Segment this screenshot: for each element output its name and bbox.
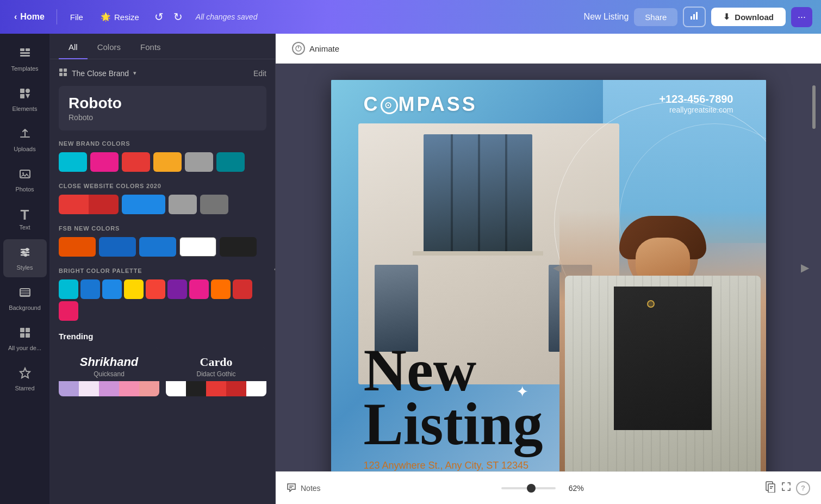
- trending-label: Trending: [59, 332, 266, 341]
- svg-rect-30: [59, 73, 63, 76]
- tab-colors[interactable]: Colors: [88, 34, 130, 59]
- swatch-white[interactable]: [179, 237, 216, 257]
- swatch-bright-pink2[interactable]: [59, 301, 78, 321]
- sidebar-item-uploads[interactable]: Uploads: [3, 121, 47, 159]
- expand-button[interactable]: [781, 481, 792, 495]
- swatch-bright-darkred[interactable]: [233, 279, 252, 299]
- cardo-sub-text: Didact Gothic: [196, 370, 235, 378]
- swatch-bright-blue2[interactable]: [102, 279, 122, 299]
- swatch-medium-blue[interactable]: [139, 237, 176, 257]
- sidebar-item-all-designs[interactable]: All your de...: [3, 320, 47, 358]
- design-canvas[interactable]: C⊙MPASS +123-456-7890 reallygreatsite.co…: [331, 80, 766, 471]
- main-layout: Templates Elements Uploads: [0, 34, 821, 504]
- redo-button[interactable]: ↻: [169, 7, 187, 27]
- fsb-swatches: [59, 237, 266, 257]
- new-brand-colors-label: NEW BRAND COLORS: [59, 140, 266, 147]
- swatch-gray[interactable]: [185, 152, 213, 172]
- sidebar-item-styles[interactable]: Styles: [3, 239, 47, 277]
- zoom-slider-thumb[interactable]: [527, 484, 536, 493]
- swatch-orange[interactable]: [153, 152, 182, 172]
- person-photo: [559, 210, 766, 471]
- brand-name-button[interactable]: The Close Brand ▾: [59, 68, 136, 78]
- swatch-teal[interactable]: [59, 152, 87, 172]
- vertical-scrollbar[interactable]: [810, 64, 818, 439]
- swatch-blue[interactable]: [122, 195, 165, 214]
- font-preview-card[interactable]: Roboto Roboto: [59, 86, 266, 130]
- starred-icon: [18, 366, 32, 383]
- trending-section: Trending Shrikhand Quicksand: [59, 332, 266, 396]
- listing-title: New Listing: [364, 344, 543, 451]
- swatch-bright-red[interactable]: [146, 279, 165, 299]
- swatch-darkgray[interactable]: [200, 195, 228, 214]
- animate-button[interactable]: Animate: [287, 39, 345, 58]
- trending-card-shrikhand[interactable]: Shrikhand Quicksand: [59, 347, 159, 396]
- tab-fonts[interactable]: Fonts: [130, 34, 171, 59]
- download-button[interactable]: ⬇ Download: [711, 8, 786, 26]
- font-main-name: Roboto: [69, 95, 257, 112]
- sidebar-item-text[interactable]: T Text: [3, 201, 47, 237]
- swatch-gray2[interactable]: [169, 195, 197, 214]
- elements-icon: [18, 87, 32, 103]
- svg-rect-29: [64, 69, 67, 72]
- swatch-red[interactable]: [122, 152, 150, 172]
- swatch-red-merged[interactable]: [59, 195, 119, 214]
- help-button[interactable]: ?: [796, 481, 810, 495]
- canvas-scroll-right[interactable]: ▶: [801, 261, 809, 274]
- panel-content: The Close Brand ▾ Edit Roboto Roboto NEW…: [50, 59, 275, 504]
- resize-button[interactable]: 🌟 Resize: [94, 9, 146, 25]
- swatch-bright-orange[interactable]: [211, 279, 231, 299]
- scrollbar-thumb[interactable]: [812, 85, 816, 129]
- person-silhouette: [559, 210, 766, 471]
- sidebar-item-background[interactable]: Background: [3, 279, 47, 318]
- font-sub-name: Roboto: [69, 113, 257, 122]
- brand-edit-button[interactable]: Edit: [253, 69, 266, 78]
- listing-text: New Listing 123 Anywhere St., Any City, …: [364, 344, 543, 471]
- more-options-button[interactable]: ···: [791, 7, 812, 27]
- swatch-pink[interactable]: [90, 152, 119, 172]
- contact-website: reallygreatsite.com: [659, 105, 733, 114]
- person-shirt: [614, 287, 712, 430]
- swatch-black[interactable]: [220, 237, 257, 257]
- share-button[interactable]: Share: [634, 8, 677, 26]
- saved-status: All changes saved: [196, 13, 258, 21]
- sidebar-item-templates[interactable]: Templates: [3, 40, 47, 78]
- styles-label: Styles: [17, 264, 33, 271]
- swatch-bright-cyan[interactable]: [59, 279, 78, 299]
- home-button[interactable]: ‹ Home: [9, 9, 50, 25]
- brand-chevron-icon: ▾: [133, 70, 136, 77]
- sidebar-item-starred[interactable]: Starred: [3, 360, 47, 398]
- listing-address: 123 Anywhere St., Any City, ST 12345: [364, 460, 543, 471]
- panel-collapse-handle[interactable]: ‹: [269, 258, 276, 280]
- contact-phone: +123-456-7890: [659, 93, 733, 105]
- home-label: Home: [20, 12, 44, 22]
- trending-card-cardo[interactable]: Cardo Didact Gothic: [166, 347, 266, 396]
- close-website-label: Close Website Colors 2020: [59, 183, 266, 189]
- tab-all[interactable]: All: [59, 34, 88, 59]
- shrikhand-font-preview: Shrikhand Quicksand: [59, 347, 159, 381]
- stats-button[interactable]: [683, 7, 706, 27]
- swatch-burnt-orange[interactable]: [59, 237, 96, 257]
- sidebar-item-photos[interactable]: Photos: [3, 161, 47, 199]
- swatch-bright-purple[interactable]: [167, 279, 187, 299]
- sun-icon: 🌟: [101, 12, 111, 22]
- canvas-scroll-left[interactable]: ◀: [553, 261, 561, 274]
- file-button[interactable]: File: [64, 9, 90, 25]
- nav-right-group: New Listing Share ⬇ Download ···: [584, 7, 812, 27]
- swatch-bright-pink[interactable]: [189, 279, 209, 299]
- chevron-left-icon: ‹: [14, 12, 17, 22]
- notes-button[interactable]: Notes: [287, 482, 321, 494]
- templates-icon: [18, 47, 32, 63]
- zoom-slider[interactable]: [501, 487, 556, 489]
- swatch-bright-blue[interactable]: [80, 279, 100, 299]
- undo-button[interactable]: ↺: [150, 7, 168, 27]
- compass-circle-icon: ⊙: [381, 97, 398, 114]
- svg-rect-26: [26, 333, 30, 338]
- sidebar-item-elements[interactable]: Elements: [3, 80, 47, 119]
- swatch-dark-teal[interactable]: [216, 152, 245, 172]
- brand-kit-icon: [59, 68, 67, 78]
- animate-label: Animate: [309, 44, 339, 53]
- canvas-wrapper[interactable]: ◀ ▶: [276, 64, 821, 471]
- swatch-dark-blue[interactable]: [99, 237, 136, 257]
- swatch-bright-yellow[interactable]: [124, 279, 144, 299]
- contact-info: +123-456-7890 reallygreatsite.com: [659, 93, 733, 114]
